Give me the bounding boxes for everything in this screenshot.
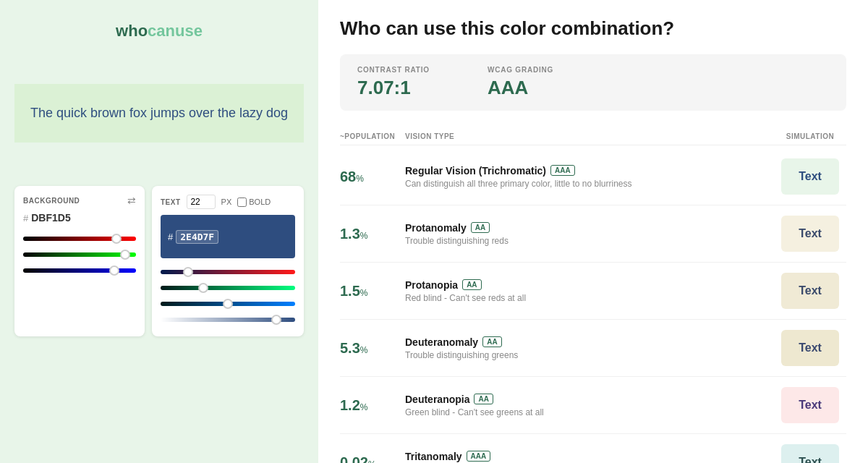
vision-name-text: Deuteranopia <box>405 394 469 405</box>
table-row: 0.02% Tritanomaly AAA Trouble distinguis… <box>340 434 846 463</box>
text-green-slider[interactable] <box>161 286 295 290</box>
bold-label[interactable]: BOLD <box>249 197 271 206</box>
font-size-input[interactable] <box>187 195 216 209</box>
simulation-text: Text <box>799 399 822 412</box>
bg-blue-slider[interactable] <box>23 268 136 273</box>
col-vision-header: VISION TYPE <box>405 132 774 140</box>
vision-name: Protanopia AA <box>405 279 774 291</box>
vision-description: Trouble distinguishing greens <box>405 350 774 360</box>
percent-sign: % <box>360 402 368 412</box>
grade-badge: AA <box>474 394 493 404</box>
vision-name: Deuteranomaly AA <box>405 336 774 348</box>
population-percent: 1.2% <box>340 397 405 414</box>
vision-name-text: Deuteranomaly <box>405 336 478 348</box>
vision-info: Protanopia AA Red blind - Can't see reds… <box>405 279 774 303</box>
percent-sign: % <box>368 459 376 464</box>
text-hex-value[interactable]: 2E4D7F <box>176 230 218 244</box>
population-percent: 1.3% <box>340 226 405 242</box>
text-control: TEXT PX BOLD # 2E4D7F <box>152 186 304 336</box>
swap-icon[interactable]: ⇄ <box>127 195 136 206</box>
simulation-cell: Text <box>774 158 846 195</box>
grade-badge: AAA <box>467 451 491 462</box>
population-percent: 68% <box>340 169 405 185</box>
preview-text: The quick brown fox jumps over the lazy … <box>14 84 304 143</box>
contrast-ratio-stat: CONTRAST RATIO 7.07:1 <box>357 66 430 99</box>
vision-name: Protanomaly AA <box>405 222 774 234</box>
grade-badge: AA <box>482 336 501 347</box>
population-percent: 1.5% <box>340 283 405 300</box>
vision-name-text: Protanomaly <box>405 222 467 234</box>
background-control: BACKGROUND ⇄ # DBF1D5 <box>14 186 145 336</box>
text-color-preview: # 2E4D7F <box>161 215 295 258</box>
table-row: 68% Regular Vision (Trichromatic) AAA Ca… <box>340 148 846 205</box>
text-hex-display: # 2E4D7F <box>168 230 218 244</box>
text-blue-slider[interactable] <box>161 302 295 306</box>
percent-sign: % <box>360 288 368 298</box>
vision-description: Red blind - Can't see reds at all <box>405 293 774 303</box>
simulation-box: Text <box>781 273 839 309</box>
vision-name-text: Regular Vision (Trichromatic) <box>405 165 546 177</box>
text-hash: # <box>168 232 173 242</box>
wcag-stat: WCAG GRADING AAA <box>488 66 553 99</box>
simulation-text: Text <box>799 170 822 183</box>
logo-who: who <box>116 22 148 40</box>
vision-description: Trouble distinguishing reds <box>405 236 774 246</box>
simulation-text: Text <box>799 227 822 240</box>
simulation-box: Text <box>781 387 839 423</box>
grade-badge: AA <box>471 222 490 233</box>
background-label: BACKGROUND <box>23 197 80 205</box>
vision-name: Deuteranopia AA <box>405 394 774 405</box>
controls-container: BACKGROUND ⇄ # DBF1D5 TEXT PX BOLD <box>14 186 304 336</box>
logo: whocanuse <box>116 22 203 41</box>
bold-checkbox[interactable] <box>237 197 247 207</box>
left-panel: whocanuse The quick brown fox jumps over… <box>0 0 318 463</box>
bg-green-slider[interactable] <box>23 252 136 257</box>
vision-name: Tritanomaly AAA <box>405 451 774 462</box>
simulation-text: Text <box>799 341 822 354</box>
simulation-box: Text <box>781 216 839 252</box>
wcag-label: WCAG GRADING <box>488 66 553 74</box>
grade-badge: AAA <box>550 165 575 176</box>
population-percent: 5.3% <box>340 340 405 357</box>
wcag-value: AAA <box>488 77 553 99</box>
page-title: Who can use this color combination? <box>340 17 846 40</box>
contrast-ratio-label: CONTRAST RATIO <box>357 66 430 74</box>
simulation-cell: Text <box>774 387 846 423</box>
population-percent: 0.02% <box>340 454 405 464</box>
table-header: ~POPULATION VISION TYPE SIMULATION <box>340 128 846 145</box>
vision-info: Tritanomaly AAA Trouble distinguishing b… <box>405 451 774 464</box>
simulation-box: Text <box>781 330 839 366</box>
hash-sign: # <box>23 213 28 224</box>
simulation-box: Text <box>781 444 839 463</box>
right-panel: Who can use this color combination? CONT… <box>318 0 868 463</box>
percent-sign: % <box>356 174 364 184</box>
simulation-box: Text <box>781 158 839 195</box>
percent-sign: % <box>360 231 368 241</box>
col-population-header: ~POPULATION <box>340 132 405 140</box>
text-red-slider[interactable] <box>161 270 295 274</box>
simulation-cell: Text <box>774 330 846 366</box>
vision-info: Deuteranopia AA Green blind - Can't see … <box>405 394 774 417</box>
font-unit: PX <box>221 197 232 206</box>
table-row: 1.2% Deuteranopia AA Green blind - Can't… <box>340 377 846 434</box>
table-row: 1.3% Protanomaly AA Trouble distinguishi… <box>340 205 846 263</box>
table-row: 5.3% Deuteranomaly AA Trouble distinguis… <box>340 320 846 377</box>
vision-info: Deuteranomaly AA Trouble distinguishing … <box>405 336 774 360</box>
simulation-cell: Text <box>774 444 846 463</box>
stats-row: CONTRAST RATIO 7.07:1 WCAG GRADING AAA <box>340 54 846 111</box>
vision-info: Protanomaly AA Trouble distinguishing re… <box>405 222 774 246</box>
vision-name-text: Tritanomaly <box>405 451 462 462</box>
text-label: TEXT <box>161 198 181 206</box>
simulation-cell: Text <box>774 273 846 309</box>
contrast-ratio-value: 7.07:1 <box>357 77 430 99</box>
bg-hex-value[interactable]: DBF1D5 <box>31 212 82 224</box>
vision-description: Green blind - Can't see greens at all <box>405 407 774 417</box>
percent-sign: % <box>360 345 368 355</box>
text-alpha-slider[interactable] <box>161 318 295 322</box>
simulation-text: Text <box>799 456 822 463</box>
grade-badge: AA <box>462 279 481 290</box>
vision-description: Can distinguish all three primary color,… <box>405 179 774 189</box>
vision-name: Regular Vision (Trichromatic) AAA <box>405 165 774 177</box>
bg-red-slider[interactable] <box>23 237 136 241</box>
vision-rows-container: 68% Regular Vision (Trichromatic) AAA Ca… <box>340 148 846 463</box>
